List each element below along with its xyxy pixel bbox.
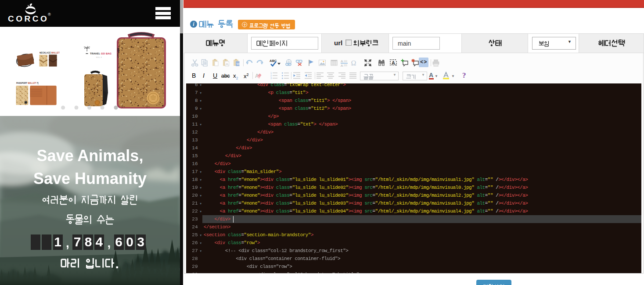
svg-text:A: A	[341, 64, 343, 67]
svg-text:V O L . 9: V O L . 9	[96, 57, 102, 58]
svg-text:3: 3	[270, 77, 272, 79]
svg-text:W: W	[237, 62, 240, 66]
svg-text:A: A	[226, 62, 228, 66]
svg-text:NECKLACE WALLET: NECKLACE WALLET	[40, 52, 60, 54]
svg-text:TRAVEL GO BAG: TRAVEL GO BAG	[90, 52, 112, 55]
svg-text:Ω: Ω	[351, 59, 356, 67]
svg-text:PASSPORT WALLET 7]: PASSPORT WALLET 7]	[16, 82, 39, 84]
svg-text:A: A	[392, 60, 395, 65]
svg-text:A: A	[341, 59, 343, 63]
